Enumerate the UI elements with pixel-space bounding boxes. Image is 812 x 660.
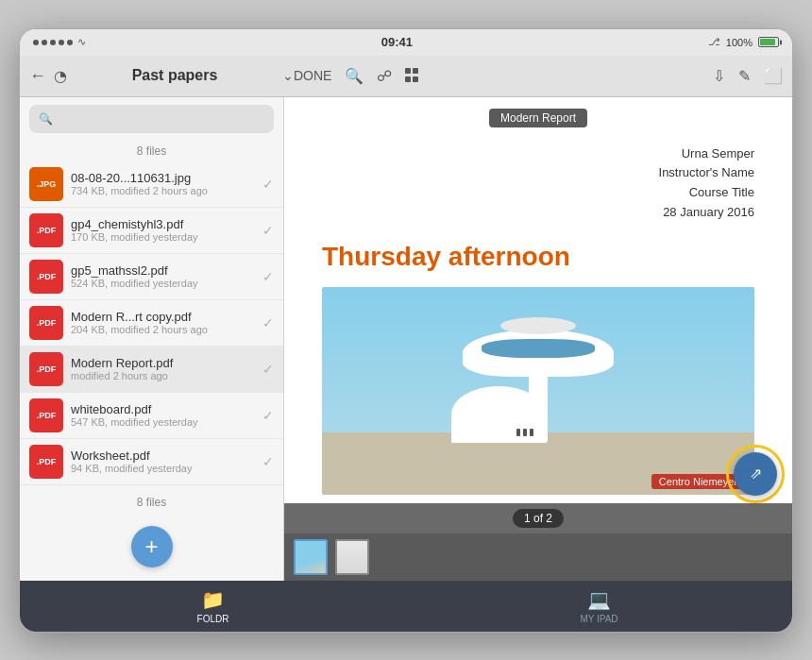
file-check-icon: ✓ bbox=[262, 269, 274, 284]
file-meta: 524 KB, modified yesterday bbox=[71, 278, 255, 289]
file-thumbnail: .JPG bbox=[29, 167, 63, 201]
file-meta: 734 KB, modified 2 hours ago bbox=[71, 185, 255, 196]
foldr-tab-icon: 📁 bbox=[201, 588, 225, 611]
file-thumbnail: .PDF bbox=[29, 445, 63, 479]
file-name: 08-08-20...110631.jpg bbox=[71, 171, 255, 185]
search-icon[interactable]: 🔍 bbox=[345, 67, 364, 85]
sidebar: 🔍 8 files .JPG08-08-20...110631.jpg734 K… bbox=[20, 97, 284, 581]
file-check-icon: ✓ bbox=[262, 177, 274, 192]
document-content: Urna Semper Instructor's Name Course Tit… bbox=[284, 97, 792, 503]
main-split: 🔍 8 files .JPG08-08-20...110631.jpg734 K… bbox=[20, 97, 792, 581]
file-check-icon: ✓ bbox=[262, 362, 274, 377]
annotation-icon[interactable]: ☍ bbox=[377, 67, 392, 85]
edit-icon[interactable]: ✎ bbox=[738, 67, 751, 85]
course-title: Course Title bbox=[322, 183, 754, 203]
expand-button[interactable]: ⇗ bbox=[734, 452, 777, 496]
file-meta: 204 KB, modified 2 hours ago bbox=[71, 324, 255, 335]
file-meta: 547 KB, modified yesterday bbox=[71, 416, 255, 428]
file-item[interactable]: .PDFWorksheet.pdf94 KB, modified yesterd… bbox=[20, 439, 283, 485]
toolbar-title: Past papers bbox=[75, 67, 275, 84]
document-tag: Modern Report bbox=[489, 109, 587, 127]
file-info: Worksheet.pdf94 KB, modified yesterday bbox=[71, 448, 255, 474]
file-check-icon: ✓ bbox=[262, 408, 274, 423]
file-meta: modified 2 hours ago bbox=[71, 370, 255, 381]
toolbar: ← ◔ Past papers ⌄ DONE 🔍 ☍ ⇩ ✎ ⬜ bbox=[20, 56, 792, 97]
file-item[interactable]: .PDFgp4_chemistyhl3.pdf170 KB, modified … bbox=[20, 208, 283, 254]
thumbnail-2[interactable] bbox=[335, 539, 369, 575]
thumbnail-1-image bbox=[296, 541, 326, 573]
content-area: Modern Report Urna Semper Instructor's N… bbox=[284, 97, 792, 581]
file-thumbnail: .PDF bbox=[29, 306, 63, 340]
toolbar-right: ⇩ ✎ ⬜ bbox=[713, 67, 783, 85]
download-icon[interactable]: ⇩ bbox=[713, 67, 725, 85]
file-check-icon: ✓ bbox=[262, 315, 274, 330]
doc-image: Centro Niemeyer bbox=[322, 287, 754, 495]
file-info: Modern Report.pdfmodified 2 hours ago bbox=[71, 356, 255, 381]
file-thumbnail: .PDF bbox=[29, 398, 63, 432]
building-scene: Centro Niemeyer bbox=[322, 287, 754, 495]
file-item[interactable]: .PDFModern R...rt copy.pdf204 KB, modifi… bbox=[20, 300, 283, 347]
history-icon[interactable]: ◔ bbox=[54, 67, 67, 85]
file-info: Modern R...rt copy.pdf204 KB, modified 2… bbox=[71, 310, 255, 335]
toolbar-left: ← ◔ Past papers ⌄ bbox=[29, 66, 294, 86]
file-count-bottom: 8 files bbox=[20, 488, 283, 516]
myipad-tab-label: MY IPAD bbox=[580, 614, 617, 624]
search-bar[interactable]: 🔍 bbox=[29, 105, 274, 133]
people-silhouettes bbox=[516, 429, 533, 436]
file-info: whiteboard.pdf547 KB, modified yesterday bbox=[71, 402, 255, 428]
doc-header-info: Urna Semper Instructor's Name Course Tit… bbox=[322, 144, 754, 223]
instructor-name: Instructor's Name bbox=[322, 163, 754, 183]
file-meta: 170 KB, modified yesterday bbox=[71, 231, 255, 243]
file-list: .JPG08-08-20...110631.jpg734 KB, modifie… bbox=[20, 161, 283, 488]
file-info: gp4_chemistyhl3.pdf170 KB, modified yest… bbox=[71, 217, 255, 243]
device-frame: ∿ 09:41 ⎇ 100% ← ◔ Past papers ⌄ DONE 🔍 … bbox=[19, 28, 793, 633]
toolbar-center: DONE 🔍 ☍ bbox=[294, 67, 713, 85]
battery-percent: 100% bbox=[726, 37, 753, 48]
file-item[interactable]: .PDFwhiteboard.pdf547 KB, modified yeste… bbox=[20, 393, 283, 439]
page-indicator-bar: 1 of 2 bbox=[284, 503, 792, 533]
chevron-down-icon[interactable]: ⌄ bbox=[282, 68, 294, 83]
file-meta: 94 KB, modified yesterday bbox=[71, 463, 255, 474]
foldr-tab-label: FOLDR bbox=[197, 614, 229, 624]
page-indicator: 1 of 2 bbox=[513, 509, 564, 528]
myipad-tab-icon: 💻 bbox=[587, 588, 611, 611]
tab-bar: 📁 FOLDR 💻 MY IPAD bbox=[20, 581, 792, 632]
file-check-icon: ✓ bbox=[262, 223, 274, 238]
wifi-icon: ∿ bbox=[77, 36, 86, 48]
file-count-top: 8 files bbox=[20, 141, 283, 161]
file-name: gp5_mathssl2.pdf bbox=[71, 263, 255, 278]
done-button[interactable]: DONE bbox=[294, 68, 331, 83]
app-body: ← ◔ Past papers ⌄ DONE 🔍 ☍ ⇩ ✎ ⬜ bbox=[20, 56, 792, 632]
document-view: Modern Report Urna Semper Instructor's N… bbox=[284, 97, 792, 503]
doc-title: Thursday afternoon bbox=[322, 242, 754, 272]
status-time: 09:41 bbox=[381, 35, 413, 49]
search-bar-icon: 🔍 bbox=[39, 112, 53, 126]
file-info: gp5_mathssl2.pdf524 KB, modified yesterd… bbox=[71, 263, 255, 289]
back-button[interactable]: ← bbox=[29, 66, 46, 86]
file-item[interactable]: .PDFModern Report.pdfmodified 2 hours ag… bbox=[20, 347, 283, 393]
status-right: ⎇ 100% bbox=[708, 36, 779, 48]
tab-foldr[interactable]: 📁 FOLDR bbox=[20, 588, 406, 624]
share-icon[interactable]: ⬜ bbox=[764, 67, 783, 85]
grid-view-icon[interactable] bbox=[405, 68, 420, 83]
thumbnail-1[interactable] bbox=[294, 539, 328, 575]
file-thumbnail: .PDF bbox=[29, 213, 63, 247]
thumbnail-strip bbox=[284, 533, 792, 581]
file-item[interactable]: .JPG08-08-20...110631.jpg734 KB, modifie… bbox=[20, 161, 283, 208]
file-name: gp4_chemistyhl3.pdf bbox=[71, 217, 255, 231]
file-info: 08-08-20...110631.jpg734 KB, modified 2 … bbox=[71, 171, 255, 196]
status-bar: ∿ 09:41 ⎇ 100% bbox=[20, 29, 792, 56]
file-thumbnail: .PDF bbox=[29, 352, 63, 386]
signal-dots bbox=[33, 40, 73, 45]
tab-myipad[interactable]: 💻 MY IPAD bbox=[406, 588, 792, 624]
file-name: whiteboard.pdf bbox=[71, 402, 255, 416]
file-name: Modern R...rt copy.pdf bbox=[71, 310, 255, 324]
expand-icon: ⇗ bbox=[750, 465, 762, 482]
file-name: Worksheet.pdf bbox=[71, 448, 255, 463]
add-button[interactable]: + bbox=[131, 526, 173, 567]
doc-date: 28 January 2016 bbox=[322, 203, 754, 223]
file-item[interactable]: .PDFgp5_mathssl2.pdf524 KB, modified yes… bbox=[20, 254, 283, 300]
file-name: Modern Report.pdf bbox=[71, 356, 255, 370]
file-check-icon: ✓ bbox=[262, 454, 274, 469]
bluetooth-icon: ⎇ bbox=[708, 36, 720, 48]
